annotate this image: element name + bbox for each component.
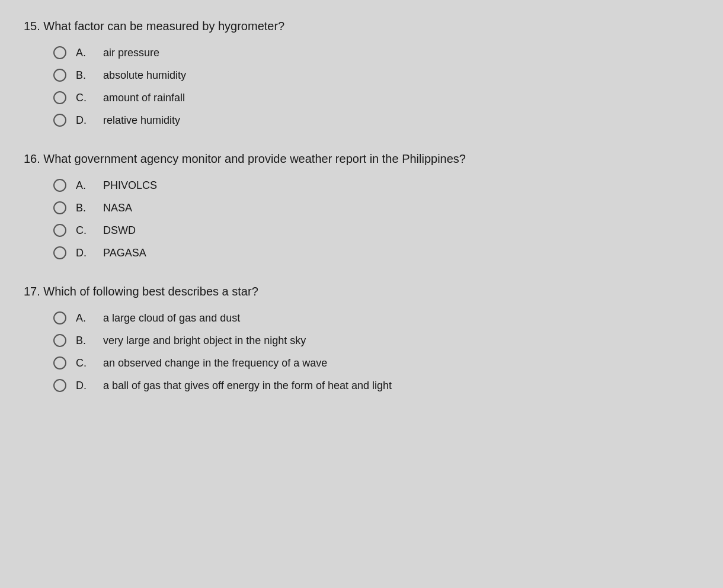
option-text-16-B: NASA xyxy=(103,202,132,214)
radio-15-C[interactable] xyxy=(53,91,66,104)
option-letter-15-C: C. xyxy=(76,92,94,104)
radio-15-A[interactable] xyxy=(53,46,66,59)
option-item-15-C: C.amount of rainfall xyxy=(53,91,699,104)
radio-17-C[interactable] xyxy=(53,356,66,369)
question-text-17: 17. Which of following best describes a … xyxy=(24,283,699,300)
radio-17-A[interactable] xyxy=(53,311,66,324)
radio-16-D[interactable] xyxy=(53,246,66,259)
question-text-15: 15. What factor can be measured by hygro… xyxy=(24,18,699,34)
radio-15-B[interactable] xyxy=(53,69,66,82)
option-letter-16-B: B. xyxy=(76,202,94,214)
option-letter-17-B: B. xyxy=(76,335,94,347)
option-text-16-C: DSWD xyxy=(103,224,136,237)
option-text-17-C: an observed change in the frequency of a… xyxy=(103,357,327,369)
option-item-15-D: D.relative humidity xyxy=(53,114,699,127)
option-text-17-D: a ball of gas that gives off energy in t… xyxy=(103,380,392,392)
question-text-16: 16. What government agency monitor and p… xyxy=(24,150,699,167)
option-item-16-D: D.PAGASA xyxy=(53,246,699,259)
option-item-17-C: C.an observed change in the frequency of… xyxy=(53,356,699,369)
option-text-15-A: air pressure xyxy=(103,47,159,59)
option-letter-17-D: D. xyxy=(76,380,94,392)
option-letter-16-A: A. xyxy=(76,179,94,192)
radio-16-A[interactable] xyxy=(53,179,66,192)
option-item-16-C: C.DSWD xyxy=(53,224,699,237)
radio-17-B[interactable] xyxy=(53,334,66,347)
option-letter-15-B: B. xyxy=(76,69,94,82)
question-block-16: 16. What government agency monitor and p… xyxy=(24,150,699,259)
options-list-17: A.a large cloud of gas and dustB.very la… xyxy=(24,311,699,392)
option-item-17-A: A.a large cloud of gas and dust xyxy=(53,311,699,324)
options-list-16: A.PHIVOLCSB.NASAC.DSWDD.PAGASA xyxy=(24,179,699,259)
option-item-17-B: B.very large and bright object in the ni… xyxy=(53,334,699,347)
option-text-16-D: PAGASA xyxy=(103,247,146,259)
radio-15-D[interactable] xyxy=(53,114,66,127)
option-text-15-D: relative humidity xyxy=(103,114,180,127)
option-letter-17-A: A. xyxy=(76,312,94,324)
option-letter-16-D: D. xyxy=(76,247,94,259)
question-block-15: 15. What factor can be measured by hygro… xyxy=(24,18,699,127)
radio-17-D[interactable] xyxy=(53,379,66,392)
radio-16-C[interactable] xyxy=(53,224,66,237)
option-letter-16-C: C. xyxy=(76,224,94,237)
option-text-17-A: a large cloud of gas and dust xyxy=(103,312,240,324)
option-item-16-A: A.PHIVOLCS xyxy=(53,179,699,192)
option-item-17-D: D.a ball of gas that gives off energy in… xyxy=(53,379,699,392)
questions-container: 15. What factor can be measured by hygro… xyxy=(24,18,699,392)
option-item-15-A: A.air pressure xyxy=(53,46,699,59)
radio-16-B[interactable] xyxy=(53,201,66,214)
options-list-15: A.air pressureB.absolute humidityC.amoun… xyxy=(24,46,699,127)
option-letter-17-C: C. xyxy=(76,357,94,369)
option-text-15-C: amount of rainfall xyxy=(103,92,185,104)
option-item-16-B: B.NASA xyxy=(53,201,699,214)
option-text-16-A: PHIVOLCS xyxy=(103,179,157,192)
option-item-15-B: B.absolute humidity xyxy=(53,69,699,82)
option-letter-15-D: D. xyxy=(76,114,94,127)
question-block-17: 17. Which of following best describes a … xyxy=(24,283,699,392)
option-text-15-B: absolute humidity xyxy=(103,69,186,82)
option-text-17-B: very large and bright object in the nigh… xyxy=(103,335,306,347)
option-letter-15-A: A. xyxy=(76,47,94,59)
